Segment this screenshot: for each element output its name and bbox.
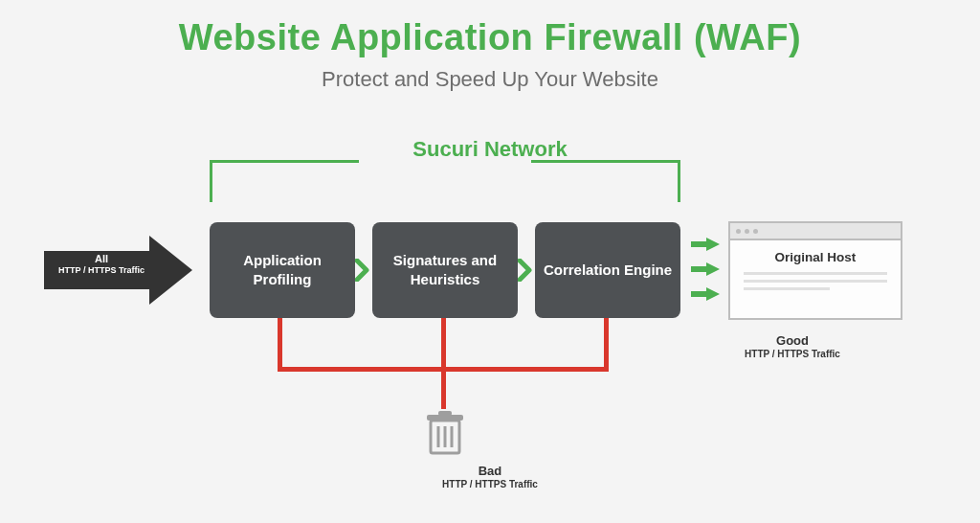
host-window-titlebar — [730, 223, 901, 240]
chevron-right-icon — [518, 259, 535, 285]
process-box-label: Signatures and Heuristics — [380, 251, 510, 290]
svg-marker-5 — [706, 287, 720, 301]
network-label: Sucuri Network — [0, 137, 980, 162]
process-box-correlation: Correlation Engine — [535, 222, 680, 318]
bad-line2: HTTP / HTTPS Traffic — [0, 479, 980, 491]
process-box-signatures: Signatures and Heuristics — [372, 222, 518, 318]
page-title: Website Application Firewall (WAF) — [0, 17, 980, 58]
host-title: Original Host — [744, 250, 887, 264]
svg-rect-0 — [691, 241, 706, 247]
svg-rect-8 — [438, 411, 452, 416]
incoming-label-line1: All — [44, 253, 159, 265]
incoming-traffic-arrow-icon: All HTTP / HTTPS Traffic — [44, 236, 193, 305]
output-arrows-icon — [691, 238, 720, 301]
process-box-label: Correlation Engine — [544, 261, 672, 280]
svg-rect-2 — [691, 266, 706, 272]
trash-icon — [427, 411, 463, 455]
incoming-label-line2: HTTP / HTTPS Traffic — [44, 265, 159, 275]
good-line1: Good — [725, 333, 859, 349]
svg-marker-3 — [706, 262, 720, 276]
good-traffic-label: Good HTTP / HTTPS Traffic — [725, 333, 859, 361]
process-box-profiling: Application Profiling — [210, 222, 355, 318]
svg-marker-1 — [706, 238, 720, 251]
bad-traffic-stem — [441, 318, 446, 409]
host-window: Original Host — [728, 221, 902, 320]
bad-traffic-label: Bad HTTP / HTTPS Traffic — [0, 464, 980, 491]
bad-line1: Bad — [0, 464, 980, 479]
svg-rect-4 — [691, 291, 706, 297]
process-box-label: Application Profiling — [217, 251, 347, 290]
page-subtitle: Protect and Speed Up Your Website — [0, 67, 980, 92]
good-line2: HTTP / HTTPS Traffic — [725, 349, 859, 361]
chevron-right-icon — [355, 259, 372, 285]
